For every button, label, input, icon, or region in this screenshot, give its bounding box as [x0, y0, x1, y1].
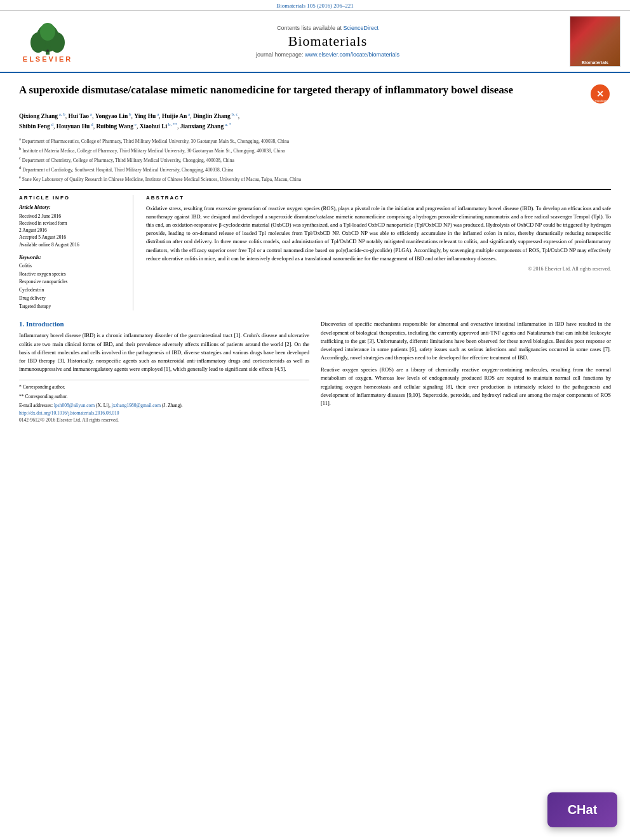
header-left: ELSEVIER — [6, 16, 89, 67]
intro-para-right-2: Reactive oxygen species (ROS) are a libr… — [321, 366, 611, 408]
author-hhu: Houyuan Hu — [57, 124, 90, 130]
email-link-2[interactable]: jxzhang1980@gmail.com — [112, 403, 162, 408]
intro-para-1: Inflammatory bowel disease (IBD) is a ch… — [19, 331, 309, 373]
author-tao-sup: a — [89, 112, 92, 117]
cover-label: Biomaterials — [582, 60, 608, 65]
email-link-1[interactable]: lpsh008@aliyun.com — [54, 403, 96, 408]
abstract-header: ABSTRACT — [146, 195, 611, 201]
header-right: Biomaterials — [566, 16, 624, 67]
svg-point-4 — [40, 23, 55, 41]
received-revised-label: Received in revised form — [19, 220, 125, 227]
sciencedirect-link[interactable]: ScienceDirect — [344, 25, 379, 31]
authors-section: Qixiong Zhang a, b, Hui Tao a, Yongyao L… — [19, 111, 611, 132]
author-lin-sup: b — [128, 112, 131, 117]
author-tao: Hui Tao — [69, 113, 89, 119]
elsevier-tree-icon — [22, 20, 73, 55]
author-feng: Shibin Feng — [19, 124, 50, 130]
available-date: Available online 8 August 2016 — [19, 241, 125, 248]
chat-label: CHat — [568, 803, 598, 817]
crossmark-icon: ✕ CrossMark — [590, 84, 610, 104]
author-dzhang-sup: b, c — [231, 112, 238, 117]
contents-line: Contents lists available at ScienceDirec… — [277, 25, 379, 31]
article-title: A superoxide dismutase/catalase mimetic … — [19, 83, 582, 98]
keyword-6: Targeted therapy — [19, 303, 125, 311]
author-zhang-sup: a, b — [58, 112, 65, 117]
journal-ref-bar: Biomaterials 105 (2016) 206–221 — [0, 0, 630, 11]
author-dzhang: Dinglin Zhang — [193, 113, 231, 119]
author-zhang: Qixiong Zhang — [19, 113, 58, 119]
author-hhu-sup: d — [90, 122, 93, 127]
keywords-section: Keywords: Colitis Reactive oxygen specie… — [19, 255, 125, 311]
received-date: Received 2 June 2016 — [19, 213, 125, 220]
intro-body-right: Discoveries of specific mechanisms respo… — [321, 320, 611, 408]
elsevier-brand-text: ELSEVIER — [23, 55, 72, 63]
homepage-link[interactable]: www.elsevier.com/locate/biomaterials — [305, 51, 399, 58]
keyword-5: Drug delivery — [19, 295, 125, 303]
author-feng-sup: d — [50, 122, 53, 127]
intro-para-right-1: Discoveries of specific mechanisms respo… — [321, 320, 611, 362]
footer-email: E-mail addresses: lpsh008@aliyun.com (X.… — [19, 403, 309, 408]
journal-homepage-line: journal homepage: www.elsevier.com/locat… — [256, 51, 399, 58]
elsevier-logo: ELSEVIER — [22, 20, 73, 63]
chat-button[interactable]: CHat — [547, 792, 617, 827]
author-hu-sup: a — [156, 112, 159, 117]
header-center: Contents lists available at ScienceDirec… — [89, 16, 566, 67]
history-label: Article history: — [19, 204, 125, 210]
svg-text:CrossMark: CrossMark — [592, 99, 608, 103]
doi-line: http://dx.doi.org/10.1016/j.biomaterials… — [19, 410, 309, 416]
keyword-3: Responsive nanoparticles — [19, 278, 125, 286]
journal-title-header: Biomaterials — [288, 33, 367, 50]
article-info-col: ARTICLE INFO Article history: Received 2… — [19, 195, 133, 311]
crossmark-badge: ✕ CrossMark — [589, 83, 611, 105]
article-info-header: ARTICLE INFO — [19, 195, 125, 201]
keywords-label: Keywords: — [19, 255, 125, 260]
author-an: Huijie An — [162, 113, 187, 119]
article-title-section: A superoxide dismutase/catalase mimetic … — [19, 83, 611, 105]
author-wang-sup: e — [133, 122, 137, 127]
affil-c: c Department of Chemistry, College of Ph… — [19, 155, 611, 164]
author-hu: Ying Hu — [134, 113, 156, 119]
affil-e: e State Key Laboratory of Quality Resear… — [19, 174, 611, 183]
page-wrapper: Biomaterials 105 (2016) 206–221 ELSEVIER — [0, 0, 630, 840]
svg-point-5 — [46, 50, 49, 52]
keyword-4: Cyclodextrin — [19, 286, 125, 295]
main-right-col: Discoveries of specific mechanisms respo… — [321, 320, 611, 423]
author-lin: Yongyao Lin — [95, 113, 128, 119]
affil-a: a Department of Pharmaceutics, College o… — [19, 136, 611, 145]
abstract-paragraph: Oxidative stress, resulting from excessi… — [146, 204, 611, 263]
main-content: 1. Introduction Inflammatory bowel disea… — [19, 320, 611, 423]
article-content: A superoxide dismutase/catalase mimetic … — [0, 73, 630, 432]
intro-heading: 1. Introduction — [19, 320, 309, 328]
copyright-line: © 2016 Elsevier Ltd. All rights reserved… — [146, 266, 611, 272]
abstract-col: ABSTRACT Oxidative stress, resulting fro… — [146, 195, 611, 311]
header-section: ELSEVIER Contents lists available at Sci… — [0, 11, 630, 73]
author-li: Xiaohui Li — [140, 124, 168, 130]
keyword-1: Colitis — [19, 262, 125, 270]
author-li-sup: b, ** — [167, 122, 177, 127]
two-col-layout: ARTICLE INFO Article history: Received 2… — [19, 189, 611, 311]
footer-note1: * Corresponding author. — [19, 383, 309, 391]
affil-b: b Institute of Materia Medica, College o… — [19, 145, 611, 154]
svg-text:✕: ✕ — [596, 89, 604, 99]
accepted-date: Accepted 5 August 2016 — [19, 234, 125, 241]
author-an-sup: a — [187, 112, 190, 117]
intro-body-left: Inflammatory bowel disease (IBD) is a ch… — [19, 331, 309, 373]
issn-line: 0142-9612/© 2016 Elsevier Ltd. All right… — [19, 417, 309, 423]
article-footer: * Corresponding author. ** Corresponding… — [19, 380, 309, 423]
affil-d: d Department of Cardiology, Southwest Ho… — [19, 164, 611, 173]
abstract-text: Oxidative stress, resulting from excessi… — [146, 204, 611, 263]
doi-link[interactable]: http://dx.doi.org/10.1016/j.biomaterials… — [19, 410, 119, 416]
keyword-2: Reactive oxygen species — [19, 270, 125, 279]
journal-ref-text: Biomaterials 105 (2016) 206–221 — [276, 3, 354, 9]
author-jzhang: Jianxiang Zhang — [180, 124, 224, 130]
received-revised-date: 2 August 2016 — [19, 227, 125, 234]
biomaterials-cover: Biomaterials — [570, 16, 620, 67]
affiliations-section: a Department of Pharmaceutics, College o… — [19, 136, 611, 183]
footer-note2: ** Corresponding author. — [19, 393, 309, 401]
author-wang: Ruibing Wang — [96, 124, 133, 130]
author-jzhang-sup: a, * — [224, 122, 231, 127]
main-left-col: 1. Introduction Inflammatory bowel disea… — [19, 320, 309, 423]
